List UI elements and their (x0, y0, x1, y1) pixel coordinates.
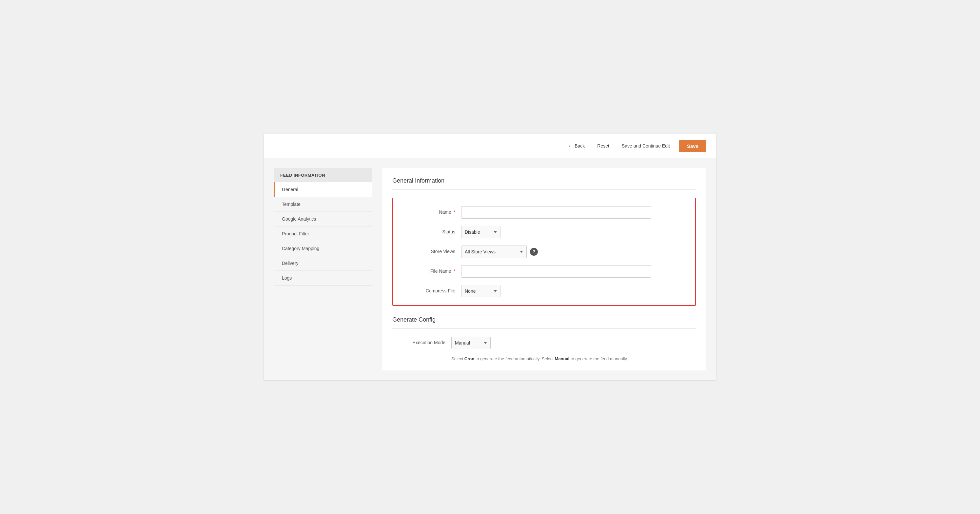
file-name-input[interactable] (461, 265, 651, 278)
compress-file-row: Compress File None Zip Gzip (402, 285, 686, 297)
store-views-help-icon[interactable]: ? (530, 248, 538, 256)
toolbar: ← Back Reset Save and Continue Edit Save (264, 134, 716, 158)
file-name-label: File Name * (402, 268, 461, 275)
reset-label: Reset (597, 143, 609, 148)
sidebar-item-google-analytics[interactable]: Google Analytics (274, 212, 372, 226)
compress-file-label: Compress File (402, 288, 461, 294)
sidebar-item-label-google-analytics: Google Analytics (282, 216, 316, 221)
name-label: Name * (402, 209, 461, 216)
sidebar-item-label-general: General (282, 187, 298, 192)
page-wrapper: ← Back Reset Save and Continue Edit Save… (264, 134, 716, 380)
compress-file-select-wrapper: None Zip Gzip (461, 285, 501, 297)
name-required-star: * (453, 210, 455, 215)
execution-mode-select-wrapper: Manual Cron (451, 337, 491, 349)
sidebar-item-logs[interactable]: Logs (274, 271, 372, 285)
save-button[interactable]: Save (679, 140, 706, 152)
execution-mode-row: Execution Mode Manual Cron (392, 337, 696, 349)
sidebar-item-label-template: Template (282, 202, 301, 207)
status-select[interactable]: Disable Enable (461, 226, 501, 238)
back-arrow-icon: ← (568, 143, 573, 148)
store-views-select[interactable]: All Store Views (461, 245, 527, 258)
sidebar-item-label-delivery: Delivery (282, 261, 299, 266)
section-divider (392, 189, 696, 190)
sidebar-item-category-mapping[interactable]: Category Mapping (274, 241, 372, 256)
sidebar-item-label-logs: Logs (282, 275, 292, 281)
sidebar-item-delivery[interactable]: Delivery (274, 256, 372, 271)
sidebar-header: FEED INFORMATION (274, 168, 372, 182)
execution-mode-label: Execution Mode (392, 340, 451, 346)
store-views-label: Store Views (402, 248, 461, 255)
execution-mode-select[interactable]: Manual Cron (451, 337, 491, 349)
generate-config-divider (392, 328, 696, 329)
name-row: Name * (402, 206, 686, 219)
sidebar-item-general[interactable]: General (274, 182, 372, 197)
save-continue-button[interactable]: Save and Continue Edit (619, 141, 673, 150)
save-continue-label: Save and Continue Edit (622, 143, 670, 148)
sidebar-item-label-product-filter: Product Filter (282, 231, 309, 236)
status-label: Status (402, 229, 461, 236)
general-information-title: General Information (392, 177, 696, 184)
save-label: Save (687, 143, 698, 149)
sidebar-item-template[interactable]: Template (274, 197, 372, 212)
sidebar-item-product-filter[interactable]: Product Filter (274, 226, 372, 241)
main-content: General Information Name * Status (382, 168, 706, 371)
sidebar: FEED INFORMATION General Template Google… (274, 168, 372, 371)
main-card: ← Back Reset Save and Continue Edit Save… (264, 134, 716, 380)
execution-mode-hint: Select Cron to generate the feed automat… (451, 356, 696, 361)
file-name-required-star: * (453, 269, 455, 274)
status-row: Status Disable Enable (402, 226, 686, 238)
store-views-row: Store Views All Store Views ? (402, 245, 686, 258)
reset-button[interactable]: Reset (594, 141, 612, 150)
generate-config-title: Generate Config (392, 316, 696, 323)
back-button[interactable]: ← Back (565, 141, 588, 150)
compress-file-select[interactable]: None Zip Gzip (461, 285, 501, 297)
content-area: FEED INFORMATION General Template Google… (264, 158, 716, 380)
sidebar-nav: General Template Google Analytics Produc… (274, 182, 372, 285)
back-label: Back (574, 143, 585, 148)
store-views-select-wrapper: All Store Views ? (461, 245, 538, 258)
status-select-wrapper: Disable Enable (461, 226, 501, 238)
file-name-row: File Name * (402, 265, 686, 278)
sidebar-item-label-category-mapping: Category Mapping (282, 246, 319, 251)
general-information-form: Name * Status Disable Enable (392, 198, 696, 306)
name-input[interactable] (461, 206, 651, 219)
